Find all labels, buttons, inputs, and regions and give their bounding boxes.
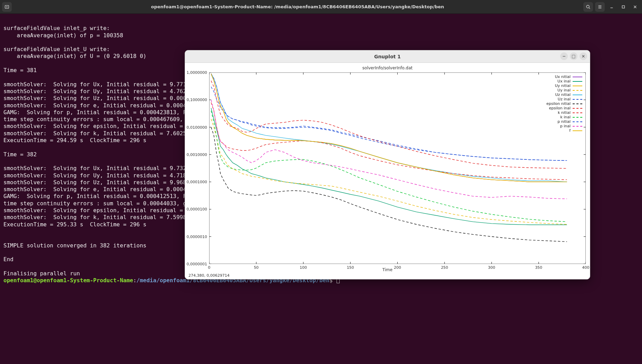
minimize-button[interactable] [607, 2, 616, 12]
svg-rect-12 [209, 72, 586, 264]
gnuplot-title: Gnuplot 1 [374, 54, 401, 59]
legend-entry: f [546, 128, 582, 133]
menu-button[interactable] [595, 2, 605, 12]
maximize-button[interactable] [619, 2, 628, 12]
svg-line-4 [589, 8, 590, 9]
legend-entry: Uy nitial [546, 83, 582, 88]
legend-entry: p nitial [546, 119, 582, 124]
y-tick-label: 0,1000000 [187, 98, 207, 102]
titlebar: openfoam1@openfoam1-System-Product-Name:… [0, 0, 642, 14]
close-button[interactable] [630, 2, 640, 12]
plot-area[interactable]: Ux nitialUx inalUy nitialUy inalUz nitia… [209, 72, 586, 264]
legend-entry: epsilon inal [546, 106, 582, 110]
chart-title: solverInfo/solverInfo.dat [185, 66, 590, 70]
gnuplot-window[interactable]: Gnuplot 1 − □ × solverInfo/solverInfo.da… [185, 50, 590, 279]
search-button[interactable] [583, 2, 593, 12]
prompt-user: openfoam1@openfoam1-System-Product-Name [3, 277, 133, 284]
y-tick-label: 0,0001000 [187, 180, 207, 184]
legend-entry: Ux nitial [546, 75, 582, 79]
y-tick-label: 1,0000000 [187, 70, 207, 75]
y-tick-label: 0,0000010 [187, 234, 207, 239]
gnuplot-maximize-button[interactable]: □ [570, 52, 577, 60]
y-tick-label: 0,0000001 [187, 262, 207, 266]
legend-entry: k nitial [546, 110, 582, 115]
y-tick-label: 0,0000100 [187, 207, 207, 211]
legend-entry: epsilon nitial [546, 101, 582, 106]
legend-entry: p inal [546, 124, 582, 128]
legend-entry: Uz inal [546, 97, 582, 101]
gnuplot-canvas[interactable]: solverInfo/solverInfo.dat Ux nitialUx in… [185, 63, 590, 279]
gnuplot-status: 274,380, 0,00629714 [188, 273, 230, 278]
new-tab-button[interactable] [2, 2, 12, 12]
legend-entry: Uz nitial [546, 92, 582, 97]
gnuplot-titlebar[interactable]: Gnuplot 1 − □ × [185, 50, 590, 63]
svg-rect-9 [622, 6, 625, 8]
legend-entry: k inal [546, 115, 582, 119]
y-tick-label: 0,0010000 [187, 152, 207, 157]
legend-entry: Uy inal [546, 88, 582, 92]
legend: Ux nitialUx inalUy nitialUy inalUz nitia… [545, 74, 584, 134]
gnuplot-close-button[interactable]: × [580, 52, 587, 60]
y-tick-label: 0,0100000 [187, 125, 207, 129]
window-title: openfoam1@openfoam1-System-Product-Name:… [12, 4, 583, 9]
legend-entry: Ux inal [546, 79, 582, 83]
svg-point-3 [586, 5, 589, 8]
x-axis-label: Time [185, 267, 590, 272]
gnuplot-minimize-button[interactable]: − [560, 52, 568, 60]
